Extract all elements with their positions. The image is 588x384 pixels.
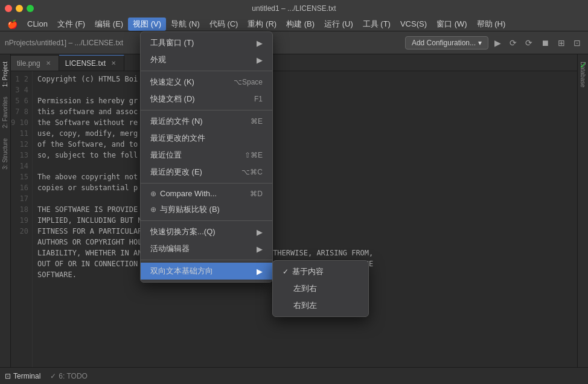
dropdown-recentchanges[interactable]: 最近的更改 (E) ⌥⌘C xyxy=(141,164,272,181)
bidi-label: 双向文本基础方向 xyxy=(150,266,213,277)
terminal-label: Terminal xyxy=(13,372,40,380)
activeeditor-label: 活动编辑器 xyxy=(150,243,190,254)
tab-licensetxt-label: LICENSE.txt xyxy=(65,59,106,68)
dropdown-appearance[interactable]: 外观 ▶ xyxy=(141,51,272,68)
bidi-rtl[interactable]: 右到左 xyxy=(273,297,368,314)
dropdown-comparewith[interactable]: ⊕ Compare With... ⌘D xyxy=(141,186,272,201)
appearance-arrow: ▶ xyxy=(257,56,263,65)
tab-licensetxt-close[interactable]: ✕ xyxy=(109,59,118,68)
apple-menu[interactable]: 🍎 xyxy=(2,19,22,29)
main-area: 1: Project 2: Favorites 3: Structure til… xyxy=(0,54,588,367)
todo-label: 6: TODO xyxy=(59,372,88,380)
bidi-ltr[interactable]: 左到右 xyxy=(273,280,368,297)
dropdown-bidi[interactable]: 双向文本基础方向 ▶ ✓ 基于内容 左到右 右到左 xyxy=(141,263,272,280)
menu-file[interactable]: 文件 (F) xyxy=(53,18,90,31)
tab-tilepng-close[interactable]: ✕ xyxy=(44,59,53,68)
separator-4 xyxy=(141,220,272,221)
debug-button[interactable]: ⟳ xyxy=(507,37,519,49)
bidi-content-check: ✓ xyxy=(283,267,289,276)
terminal-icon: ⊡ xyxy=(5,372,11,380)
bidi-rtl-label: 右到左 xyxy=(293,300,317,311)
menu-vcs[interactable]: VCS(S) xyxy=(395,18,432,30)
minimize-button[interactable] xyxy=(16,5,23,12)
toolbar: nProjects/untitled1] – .../LICENSE.txt A… xyxy=(0,31,588,54)
separator-3 xyxy=(141,183,272,184)
editor-section: tile.png ✕ LICENSE.txt ✕ 1 2 3 4 5 6 7 8… xyxy=(11,54,577,367)
window-title: untitled1 – .../LICENSE.txt xyxy=(252,4,336,13)
activeeditor-arrow: ▶ xyxy=(257,245,263,254)
close-button[interactable] xyxy=(5,5,12,12)
editor-tabs: tile.png ✕ LICENSE.txt ✕ xyxy=(11,54,577,71)
separator-1 xyxy=(141,71,272,71)
run-button[interactable]: ▶ xyxy=(492,37,503,49)
dropdown-recentfiles[interactable]: 最近的文件 (N) ⌘E xyxy=(141,113,272,130)
dropdown-quickswitch[interactable]: 快速切换方案...(Q) ▶ xyxy=(141,223,272,240)
dropdown-recentloc[interactable]: 最近位置 ⇧⌘E xyxy=(141,147,272,164)
tab-licensetxt[interactable]: LICENSE.txt ✕ xyxy=(59,55,124,71)
bidi-arrow: ▶ xyxy=(257,267,263,276)
menu-navigate[interactable]: 导航 (N) xyxy=(166,18,205,31)
comparewith-shortcut: ⌘D xyxy=(250,190,263,198)
menu-code[interactable]: 代码 (C) xyxy=(205,18,243,31)
menu-refactor[interactable]: 重构 (R) xyxy=(243,18,281,31)
left-sidebar: 1: Project 2: Favorites 3: Structure xyxy=(0,54,11,367)
menu-view[interactable]: 视图 (V) xyxy=(128,18,166,31)
add-configuration-button[interactable]: Add Configuration... ▾ xyxy=(405,36,488,50)
separator-2 xyxy=(141,110,272,110)
tab-todo[interactable]: ✓ 6: TODO xyxy=(50,370,88,383)
bidi-ltr-label: 左到右 xyxy=(293,283,317,294)
todo-icon: ✓ xyxy=(50,372,56,380)
stop-button[interactable]: ⏹ xyxy=(538,37,552,49)
add-config-dropdown-icon: ▾ xyxy=(478,39,482,47)
tab-terminal[interactable]: ⊡ Terminal xyxy=(5,370,40,383)
right-sidebar: Database ✓ xyxy=(577,54,588,367)
dropdown-compareclipboard[interactable]: ⊕ 与剪贴板比较 (B) xyxy=(141,201,272,218)
recentfiles-shortcut: ⌘E xyxy=(251,117,263,126)
view-menu-dropdown: 工具窗口 (T) ▶ 外观 ▶ 快速定义 (K) ⌥Space 快捷文档 (D)… xyxy=(140,31,273,283)
sidebar-item-project[interactable]: 1: Project xyxy=(1,57,10,92)
menu-help[interactable]: 帮助 (H) xyxy=(472,18,511,31)
bidi-submenu: ✓ 基于内容 左到右 右到左 xyxy=(272,260,369,317)
maximize-button[interactable] xyxy=(27,5,34,12)
compareclipboard-icon: ⊕ xyxy=(150,205,156,214)
recentfiles-label: 最近的文件 (N) xyxy=(150,116,203,127)
code-editor[interactable]: 1 2 3 4 5 6 7 8 9 10 11 12 13 14 15 16 1… xyxy=(11,71,577,367)
menu-build[interactable]: 构建 (B) xyxy=(281,18,319,31)
recentchanges-label: 最近的更改 (E) xyxy=(150,167,202,178)
title-bar: untitled1 – .../LICENSE.txt xyxy=(0,0,588,17)
checkmark-icon: ✓ xyxy=(580,60,587,70)
quickdoc-label: 快捷文档 (D) xyxy=(150,94,195,104)
dropdown-quickdoc[interactable]: 快捷文档 (D) F1 xyxy=(141,91,272,107)
menu-bar: 🍎 CLion 文件 (F) 编辑 (E) 视图 (V) 导航 (N) 代码 (… xyxy=(0,17,588,31)
quickswitch-label: 快速切换方案...(Q) xyxy=(150,226,216,237)
fullscreen-button[interactable]: ⊡ xyxy=(571,37,583,49)
menu-tools[interactable]: 工具 (T) xyxy=(358,18,395,31)
quickdoc-shortcut: F1 xyxy=(254,95,263,103)
menu-window[interactable]: 窗口 (W) xyxy=(432,18,472,31)
toolwindows-arrow: ▶ xyxy=(257,39,263,48)
toolbar-right: Add Configuration... ▾ ▶ ⟳ ⟳ ⏹ ⊞ ⊡ xyxy=(405,36,583,50)
traffic-lights xyxy=(5,5,34,12)
sidebar-item-favorites[interactable]: 2: Favorites xyxy=(1,92,10,133)
menu-run[interactable]: 运行 (U) xyxy=(319,18,358,31)
dropdown-quickdef[interactable]: 快速定义 (K) ⌥Space xyxy=(141,74,272,91)
sidebar-item-structure[interactable]: 3: Structure xyxy=(1,133,10,174)
dropdown-toolwindows[interactable]: 工具窗口 (T) ▶ xyxy=(141,34,272,51)
line-numbers: 1 2 3 4 5 6 7 8 9 10 11 12 13 14 15 16 1… xyxy=(11,71,33,367)
quickswitch-arrow: ▶ xyxy=(257,228,263,237)
quickdef-label: 快速定义 (K) xyxy=(150,77,194,88)
bidi-content-based[interactable]: ✓ 基于内容 xyxy=(273,263,368,280)
dropdown-recentchanged[interactable]: 最近更改的文件 xyxy=(141,130,272,147)
comparewith-label: Compare With... xyxy=(160,189,217,198)
layout-button[interactable]: ⊞ xyxy=(555,37,567,49)
appearance-label: 外观 xyxy=(150,54,166,65)
add-config-label: Add Configuration... xyxy=(412,39,476,47)
dropdown-activeeditor[interactable]: 活动编辑器 ▶ xyxy=(141,240,272,257)
tab-tilepng[interactable]: tile.png ✕ xyxy=(11,55,59,71)
menu-clion[interactable]: CLion xyxy=(22,18,53,30)
coverage-button[interactable]: ⟳ xyxy=(523,37,535,49)
tab-tilepng-label: tile.png xyxy=(17,59,40,68)
comparewith-icon: ⊕ xyxy=(150,190,156,198)
code-content[interactable]: Copyright (c) HTML5 Boi Permission is he… xyxy=(33,71,577,367)
menu-edit[interactable]: 编辑 (E) xyxy=(90,18,128,31)
